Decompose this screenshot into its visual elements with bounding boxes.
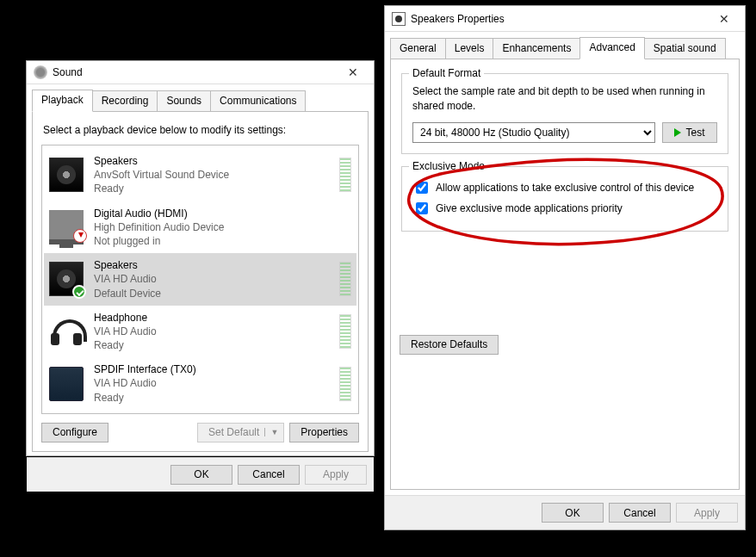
level-meter	[339, 314, 351, 349]
apply-button[interactable]: Apply	[305, 465, 367, 485]
tab-enhancements[interactable]: Enhancements	[493, 38, 580, 59]
monitor-icon	[49, 210, 84, 244]
play-icon	[674, 128, 681, 137]
default-format-group: Default Format Select the sample rate an…	[401, 73, 728, 154]
properties-button[interactable]: Properties	[289, 423, 359, 443]
spdif-icon	[49, 367, 84, 401]
allow-exclusive-checkbox-row[interactable]: Allow applications to take exclusive con…	[412, 179, 717, 196]
device-name: Speakers	[94, 258, 329, 272]
device-desc: VIA HD Audio	[94, 272, 329, 286]
titlebar: Speakers Properties ✕	[385, 6, 745, 32]
device-name: Headphone	[94, 311, 329, 325]
level-meter	[339, 262, 351, 296]
tabstrip: Playback Recording Sounds Communications	[27, 84, 374, 111]
close-button[interactable]: ✕	[707, 8, 741, 30]
device-status: Ready	[94, 338, 329, 352]
device-desc: VIA HD Audio	[94, 376, 329, 390]
tab-page: Default Format Select the sample rate an…	[390, 59, 740, 490]
device-name: SPDIF Interface (TX0)	[94, 362, 329, 376]
group-legend: Exclusive Mode	[409, 160, 488, 172]
device-status: Ready	[94, 182, 329, 195]
tab-general[interactable]: General	[390, 38, 446, 59]
device-name: Speakers	[94, 154, 329, 168]
device-status: Default Device	[94, 287, 329, 300]
group-desc: Select the sample rate and bit depth to …	[412, 84, 717, 114]
window-title: Speakers Properties	[406, 13, 707, 25]
sound-window: Sound ✕ Playback Recording Sounds Commun…	[26, 60, 375, 456]
tab-communications[interactable]: Communications	[210, 90, 306, 111]
set-default-button[interactable]: Set Default ▼	[197, 423, 284, 443]
level-meter	[339, 158, 351, 192]
device-row[interactable]: Speakers VIA HD Audio Default Device	[44, 253, 356, 306]
device-row[interactable]: SPDIF Interface (TX0) VIA HD Audio Ready	[44, 357, 356, 410]
device-name: Digital Audio (HDMI)	[94, 207, 351, 220]
checkbox-label: Allow applications to take exclusive con…	[436, 182, 694, 194]
device-row[interactable]: Speakers AnvSoft Virtual Sound Device Re…	[44, 149, 356, 201]
unplugged-badge-icon	[73, 229, 87, 243]
close-button[interactable]: ✕	[336, 61, 370, 84]
dialog-buttons: OK Cancel Apply	[27, 457, 374, 492]
tab-spatial-sound[interactable]: Spatial sound	[644, 38, 726, 59]
default-badge-icon	[72, 285, 86, 299]
sound-icon	[34, 65, 47, 79]
restore-defaults-button[interactable]: Restore Defaults	[400, 335, 499, 355]
test-button[interactable]: Test	[662, 122, 717, 143]
tab-recording[interactable]: Recording	[92, 90, 158, 111]
level-meter	[339, 367, 351, 401]
ok-button[interactable]: OK	[542, 503, 604, 523]
tab-advanced[interactable]: Advanced	[579, 37, 644, 59]
device-actions: Configure Set Default ▼ Properties	[41, 414, 359, 443]
speakers-properties-window: Speakers Properties ✕ General Levels Enh…	[384, 5, 746, 530]
sample-rate-select[interactable]: 24 bit, 48000 Hz (Studio Quality)	[412, 122, 655, 143]
window-title: Sound	[47, 66, 336, 78]
tab-page: Select a playback device below to modify…	[32, 111, 369, 452]
device-row[interactable]: Digital Audio (HDMI) High Definition Aud…	[44, 201, 356, 254]
chevron-down-icon: ▼	[264, 428, 278, 436]
device-desc: High Definition Audio Device	[94, 220, 351, 234]
group-legend: Default Format	[409, 67, 484, 79]
tabstrip: General Levels Enhancements Advanced Spa…	[385, 32, 745, 59]
priority-checkbox-row[interactable]: Give exclusive mode applications priorit…	[412, 200, 717, 217]
device-status: Not plugged in	[94, 234, 351, 248]
configure-button[interactable]: Configure	[41, 423, 108, 443]
allow-exclusive-checkbox[interactable]	[416, 182, 428, 194]
speaker-icon	[49, 262, 84, 296]
cancel-button[interactable]: Cancel	[238, 465, 300, 485]
priority-checkbox[interactable]	[416, 202, 428, 214]
device-desc: AnvSoft Virtual Sound Device	[94, 168, 329, 182]
checkbox-label: Give exclusive mode applications priorit…	[436, 202, 623, 214]
headphone-icon	[49, 314, 84, 349]
device-desc: VIA HD Audio	[94, 325, 329, 338]
device-status: Ready	[94, 391, 329, 405]
titlebar: Sound ✕	[27, 61, 374, 84]
speaker-icon	[392, 12, 406, 26]
instruction-text: Select a playback device below to modify…	[43, 124, 359, 136]
dialog-buttons: OK Cancel Apply	[385, 495, 745, 529]
tab-playback[interactable]: Playback	[32, 90, 93, 112]
tab-sounds[interactable]: Sounds	[157, 90, 211, 111]
exclusive-mode-group: Exclusive Mode Allow applications to tak…	[401, 166, 728, 232]
device-list: Speakers AnvSoft Virtual Sound Device Re…	[41, 145, 359, 414]
speaker-icon	[49, 158, 84, 192]
cancel-button[interactable]: Cancel	[609, 503, 671, 523]
apply-button[interactable]: Apply	[676, 503, 738, 523]
tab-levels[interactable]: Levels	[445, 38, 494, 59]
device-row[interactable]: Headphone VIA HD Audio Ready	[44, 306, 356, 358]
ok-button[interactable]: OK	[170, 465, 232, 485]
